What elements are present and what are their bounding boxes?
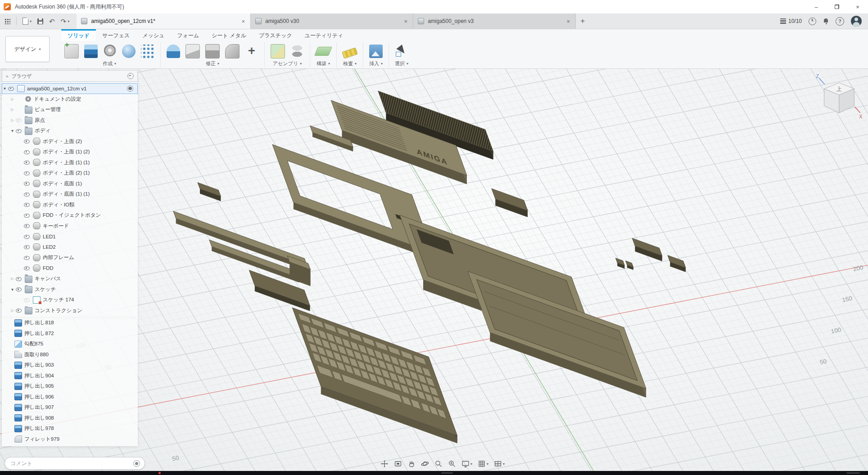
browser-tree-row[interactable]: スケッチ	[2, 284, 138, 295]
disclosure-icon[interactable]	[9, 277, 15, 281]
user-avatar[interactable]	[851, 16, 862, 27]
browser-tree-row[interactable]: コンストラクション	[2, 305, 138, 316]
offset-face-icon[interactable]	[185, 44, 200, 58]
pan-tool-icon[interactable]	[379, 458, 390, 469]
browser-tree-row[interactable]: ボディ	[2, 125, 138, 136]
visibility-eye-icon[interactable]	[23, 191, 30, 197]
collapse-panel-icon[interactable]: «	[6, 74, 9, 79]
disclosure-icon[interactable]	[9, 97, 15, 101]
app-launcher-icon[interactable]	[5, 18, 10, 24]
insert-menu-button[interactable]: 挿入▾	[369, 60, 383, 67]
new-component-assembly-icon[interactable]	[271, 44, 285, 58]
file-menu-button[interactable]: ▾	[23, 18, 32, 25]
assemble-menu-button[interactable]: アセンブリ▾	[273, 60, 302, 67]
connector-bar[interactable]	[632, 238, 662, 261]
feature-row[interactable]: 押し出し818	[2, 318, 138, 328]
disclosure-icon[interactable]	[2, 86, 8, 91]
visibility-eye-icon[interactable]	[23, 223, 30, 229]
browser-tree-row[interactable]: キャンバス	[2, 273, 138, 284]
browser-tree-row[interactable]: FDD	[2, 263, 138, 274]
document-tab[interactable]: amiga500 v30 ×	[251, 13, 413, 29]
disclosure-icon[interactable]	[9, 287, 15, 292]
recent-activity-icon[interactable]	[809, 18, 816, 25]
feature-row[interactable]: フィレット979	[2, 434, 138, 445]
press-pull-icon[interactable]	[167, 45, 180, 58]
feature-row[interactable]: 押し出し904	[2, 371, 138, 381]
browser-tree-row[interactable]: ボディ・上面 (2)	[2, 136, 138, 147]
browser-tree-row[interactable]: スケッチ 174	[2, 295, 138, 305]
feature-row[interactable]: 押し出し906	[2, 392, 138, 403]
ribbon-tab[interactable]: ユーティリティ	[298, 29, 350, 41]
browser-tree-row[interactable]: LED1	[2, 231, 138, 242]
document-tab[interactable]: amiga500_open v3 ×	[413, 13, 576, 29]
browser-tree-row[interactable]: ボディ・上面 (1) (2)	[2, 147, 138, 157]
create-menu-button[interactable]: 作成▾	[103, 60, 116, 67]
ribbon-tab[interactable]: サーフェス	[96, 29, 136, 41]
browser-tree-row[interactable]: キーボード	[2, 221, 138, 232]
feature-row[interactable]: 押し出し907	[2, 402, 138, 413]
tab-close-icon[interactable]: ×	[241, 18, 246, 25]
ribbon-tab[interactable]: フォーム	[171, 29, 205, 41]
ribbon-tab[interactable]: ソリッド	[61, 29, 96, 41]
browser-tree-row[interactable]: ボディ・底面 (1) (1)	[2, 189, 138, 200]
visibility-eye-icon[interactable]	[23, 180, 30, 187]
display-settings-button[interactable]: ▾	[460, 458, 474, 469]
select-cursor-icon[interactable]	[395, 45, 408, 58]
browser-tree-row[interactable]: ボディ・上面 (1) (1)	[2, 157, 138, 168]
feature-row[interactable]: 押し出し872	[2, 328, 138, 339]
disclosure-icon[interactable]	[9, 309, 15, 313]
sweep-icon[interactable]	[122, 45, 136, 58]
visibility-eye-icon[interactable]	[15, 117, 22, 123]
shield-box[interactable]	[492, 188, 528, 217]
minimize-button[interactable]: –	[806, 0, 827, 13]
tab-close-icon[interactable]: ×	[403, 18, 409, 25]
viewports-button[interactable]: ▾	[493, 458, 506, 469]
visibility-eye-icon[interactable]	[15, 286, 22, 292]
orbit-tool-icon[interactable]	[420, 458, 430, 469]
visibility-eye-icon[interactable]	[23, 149, 30, 155]
disclosure-icon[interactable]	[9, 108, 15, 112]
visibility-eye-icon[interactable]	[23, 255, 30, 261]
move-copy-icon[interactable]	[245, 45, 258, 58]
browser-tree-row[interactable]: 原点	[2, 115, 138, 126]
construct-menu-button[interactable]: 構築▾	[316, 60, 330, 67]
model-exploded-parts[interactable]: AMIGA	[173, 91, 686, 443]
notifications-bell-icon[interactable]	[823, 18, 829, 24]
feature-row[interactable]: 面取り880	[2, 350, 138, 360]
browser-tree-row[interactable]: LED2	[2, 242, 138, 253]
help-icon[interactable]	[836, 17, 844, 26]
browser-tree-row[interactable]: FDD・イジェクトボタン	[2, 210, 138, 221]
new-component-icon[interactable]	[64, 44, 79, 58]
visibility-eye-icon[interactable]	[23, 159, 30, 166]
feature-row[interactable]: 押し出し978	[2, 423, 138, 434]
browser-tree-row[interactable]: ボディ・底面 (1)	[2, 179, 138, 189]
design-workspace-button[interactable]: デザイン▾	[5, 36, 50, 62]
ribbon-tab[interactable]: シート メタル	[205, 29, 253, 41]
measure-icon[interactable]	[342, 47, 357, 58]
disclosure-icon[interactable]	[9, 128, 15, 133]
ribbon-tab[interactable]: プラスチック	[253, 29, 298, 41]
visibility-eye-icon[interactable]	[23, 297, 30, 303]
browser-tree-row[interactable]: 内部フレーム	[2, 252, 138, 263]
insert-canvas-icon[interactable]	[369, 45, 383, 58]
job-status-button[interactable]: 10/10	[780, 18, 802, 24]
restore-button[interactable]	[827, 0, 847, 13]
joint-icon[interactable]	[290, 45, 304, 58]
close-button[interactable]: ×	[847, 0, 868, 13]
visibility-eye-icon[interactable]	[23, 233, 30, 240]
tab-close-icon[interactable]: ×	[566, 18, 571, 25]
document-tab[interactable]: amiga500_open_12cm v1* ×	[77, 13, 251, 29]
fit-view-icon[interactable]	[393, 458, 403, 469]
browser-tree-row[interactable]: ドキュメントの設定	[2, 94, 138, 105]
comment-input[interactable]	[9, 460, 133, 467]
revolve-icon[interactable]	[103, 45, 117, 58]
visibility-eye-icon[interactable]	[23, 244, 30, 250]
inspect-menu-button[interactable]: 検査▾	[343, 60, 357, 67]
browser-tree-row[interactable]: ビュー管理	[2, 104, 138, 115]
tiny-part-a[interactable]	[615, 258, 624, 269]
activate-component-radio[interactable]	[127, 85, 133, 92]
browser-tree-row[interactable]: ボディ・IO類	[2, 200, 138, 211]
feature-row[interactable]: 勾配875	[2, 339, 138, 350]
visibility-eye-icon[interactable]	[23, 170, 30, 176]
grid-settings-button[interactable]: ▾	[476, 458, 490, 469]
